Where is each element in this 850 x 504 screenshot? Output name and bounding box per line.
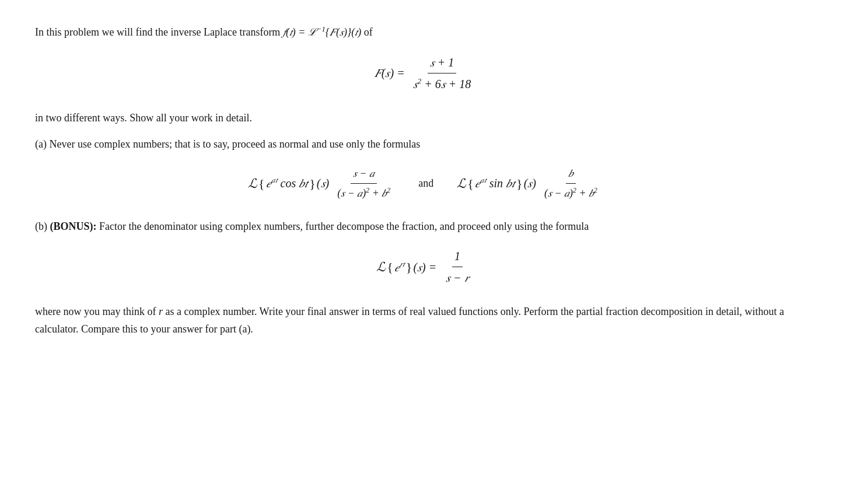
formula2-exp: 𝑒𝑎𝑡 sin 𝑏𝑡	[475, 174, 515, 192]
formula2-arg: (𝑠)	[524, 174, 536, 192]
part-a-body: Never use complex numbers; that is to sa…	[49, 138, 420, 150]
Fs-formula-block: 𝐹(𝑠) = 𝑠 + 1 𝑠2 + 6𝑠 + 18	[35, 53, 815, 93]
conclusion-r: r	[159, 306, 163, 317]
formula1-num: 𝑠 − 𝑎	[351, 165, 377, 184]
two-ways-text: in two different ways. Show all your wor…	[35, 110, 815, 127]
formulas-row: ℒ { 𝑒𝑎𝑡 cos 𝑏𝑡 } (𝑠) 𝑠 − 𝑎 (𝑠 − 𝑎)2 + 𝑏2…	[35, 165, 815, 202]
formula1-laplace: ℒ { 𝑒𝑎𝑡 cos 𝑏𝑡 } (𝑠)	[248, 173, 329, 194]
part-a-label: (a)	[35, 138, 49, 150]
and-separator: and	[418, 175, 433, 192]
formula2-brace-close: }	[516, 173, 523, 194]
formula2-fraction: 𝑏 (𝑠 − 𝑎)2 + 𝑏2	[542, 165, 600, 202]
formula3-fraction: 1 𝑠 − 𝑟	[443, 247, 471, 287]
formula3-brace-close: }	[406, 257, 412, 277]
formula3-den: 𝑠 − 𝑟	[443, 267, 471, 287]
formula3-equation: ℒ { 𝑒𝑟𝑡 } (𝑠) = 1 𝑠 − 𝑟	[376, 247, 473, 287]
formula1-block: ℒ { 𝑒𝑎𝑡 cos 𝑏𝑡 } (𝑠) 𝑠 − 𝑎 (𝑠 − 𝑎)2 + 𝑏2	[248, 165, 395, 202]
Fs-fraction: 𝑠 + 1 𝑠2 + 6𝑠 + 18	[411, 53, 474, 93]
formula3-exp: 𝑒𝑟𝑡	[394, 258, 405, 276]
conclusion-text1: where now you may think of	[35, 306, 159, 317]
page-content: In this problem we will find the inverse…	[35, 23, 815, 338]
formula1-arg: (𝑠)	[317, 174, 329, 192]
formula3-laplace: ℒ { 𝑒𝑟𝑡 } (𝑠) =	[376, 257, 436, 277]
intro-formula: 𝑓(𝑡) = ℒ−1{𝐹(𝑠)}(𝑡)	[283, 26, 361, 38]
formula1-brace-open: {	[258, 173, 265, 194]
formula2-den: (𝑠 − 𝑎)2 + 𝑏2	[542, 184, 600, 202]
Fs-numerator: 𝑠 + 1	[428, 53, 457, 74]
part-a-text: (a) Never use complex numbers; that is t…	[35, 136, 815, 153]
Fs-equation: 𝐹(𝑠) = 𝑠 + 1 𝑠2 + 6𝑠 + 18	[375, 53, 475, 93]
formula2-laplace: ℒ { 𝑒𝑎𝑡 sin 𝑏𝑡 } (𝑠)	[457, 173, 536, 194]
intro-text: In this problem we will find the inverse…	[35, 26, 283, 38]
part-b-label: (b)	[35, 220, 50, 232]
formula1-brace-close: }	[309, 173, 316, 194]
formula2-num: 𝑏	[566, 165, 576, 184]
part-b-bold: (BONUS):	[50, 220, 97, 232]
formula3-num: 1	[452, 247, 463, 267]
intro-paragraph: In this problem we will find the inverse…	[35, 23, 815, 41]
calL1: ℒ	[248, 173, 257, 194]
formula3-arg: (𝑠) =	[413, 258, 436, 276]
formula1-exp: 𝑒𝑎𝑡 cos 𝑏𝑡	[266, 174, 309, 192]
conclusion-paragraph: where now you may think of r as a comple…	[35, 303, 815, 338]
Fs-denominator: 𝑠2 + 6𝑠 + 18	[411, 74, 474, 93]
formula2-brace-open: {	[467, 173, 474, 194]
formula2-block: ℒ { 𝑒𝑎𝑡 sin 𝑏𝑡 } (𝑠) 𝑏 (𝑠 − 𝑎)2 + 𝑏2	[457, 165, 602, 202]
part-b-body: Factor the denominator using complex num…	[97, 220, 589, 232]
part-b-text: (b) (BONUS): Factor the denominator usin…	[35, 218, 815, 236]
formula3-brace-open: {	[387, 257, 393, 277]
calL2: ℒ	[457, 173, 466, 194]
intro-suffix: of	[361, 26, 373, 38]
calL3: ℒ	[376, 257, 386, 277]
formula1-fraction: 𝑠 − 𝑎 (𝑠 − 𝑎)2 + 𝑏2	[335, 165, 393, 202]
formula1-den: (𝑠 − 𝑎)2 + 𝑏2	[335, 184, 393, 202]
Fs-lhs: 𝐹(𝑠) =	[375, 64, 405, 82]
formula3-block: ℒ { 𝑒𝑟𝑡 } (𝑠) = 1 𝑠 − 𝑟	[35, 247, 815, 287]
